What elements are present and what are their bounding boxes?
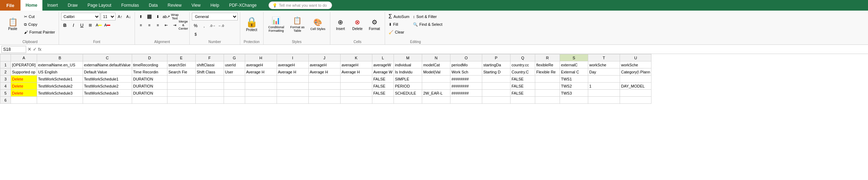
cell-R1[interactable]: flexibleRe	[535, 61, 560, 68]
cell-S1[interactable]: externalC	[560, 61, 588, 68]
tell-me-box[interactable]: 💡 Tell me what you want to do	[268, 1, 332, 9]
cell-B6[interactable]	[37, 97, 83, 104]
col-header-U[interactable]: U	[620, 54, 651, 61]
col-header-Q[interactable]: Q	[510, 54, 535, 61]
cell-A5[interactable]: Delete	[11, 90, 37, 97]
cell-U1[interactable]: workSche	[620, 61, 651, 68]
bold-button[interactable]: B	[61, 21, 69, 29]
copy-button[interactable]: ⧉ Copy	[23, 20, 57, 28]
cell-S6[interactable]	[560, 97, 588, 104]
cell-S2[interactable]: External C	[560, 68, 588, 76]
cell-C3[interactable]: TestWorkSchedule1	[83, 76, 132, 83]
decrease-decimal-button[interactable]: ←.0	[217, 22, 225, 30]
cell-N3[interactable]	[422, 76, 450, 83]
cell-P6[interactable]	[482, 97, 510, 104]
row-header-5[interactable]: 5	[0, 90, 11, 97]
cell-E2[interactable]: Search Fie	[167, 68, 195, 76]
cell-Q3[interactable]: FALSE	[510, 76, 535, 83]
align-right-button[interactable]: ≡	[154, 21, 162, 29]
col-header-R[interactable]: R	[535, 54, 560, 61]
cell-I1[interactable]: averageH	[277, 61, 308, 68]
conditional-formatting-button[interactable]: 📊 Conditional Formatting	[266, 13, 287, 36]
cell-E1[interactable]: searchStri	[167, 61, 195, 68]
cell-M5[interactable]: SCHEDULE	[394, 90, 422, 97]
cell-O2[interactable]: Work Sch	[450, 68, 482, 76]
tab-formulas[interactable]: Formulas	[116, 0, 144, 11]
cell-H5[interactable]	[245, 90, 277, 97]
row-header-4[interactable]: 4	[0, 83, 11, 90]
cell-D4[interactable]: DURATION	[132, 83, 167, 90]
cell-S3[interactable]: TWS1	[560, 76, 588, 83]
increase-indent-button[interactable]: ⇥	[171, 21, 179, 29]
tab-review[interactable]: Review	[163, 0, 187, 11]
tab-help[interactable]: Help	[206, 0, 224, 11]
cell-O5[interactable]: ########	[450, 90, 482, 97]
cell-M2[interactable]: Is Individu	[394, 68, 422, 76]
col-header-G[interactable]: G	[224, 54, 245, 61]
tab-pdf-xchange[interactable]: PDF-XChange	[224, 0, 261, 11]
currency-button[interactable]: $	[192, 30, 200, 38]
cell-I6[interactable]	[277, 97, 308, 104]
font-grow-button[interactable]: A↑	[116, 13, 124, 20]
cell-T3[interactable]	[588, 76, 620, 83]
col-header-L[interactable]: L	[372, 54, 394, 61]
format-button[interactable]: ⚙ Format	[366, 13, 383, 36]
cell-H1[interactable]: averageH	[245, 61, 277, 68]
comma-button[interactable]: ,	[200, 22, 208, 30]
delete-button[interactable]: ⊗ Delete	[349, 13, 366, 36]
cell-T1[interactable]: workSche	[588, 61, 620, 68]
cell-Q5[interactable]: FALSE	[510, 90, 535, 97]
col-header-S[interactable]: S	[560, 54, 588, 61]
font-size-select[interactable]: 11	[101, 13, 116, 20]
cell-H6[interactable]	[245, 97, 277, 104]
merge-center-button[interactable]: Merge & Center	[179, 21, 187, 29]
cell-reference-input[interactable]	[1, 46, 26, 53]
cell-P2[interactable]: Starting D	[482, 68, 510, 76]
clear-button[interactable]: 🧹 Clear	[387, 28, 411, 36]
cell-G2[interactable]: User	[224, 68, 245, 76]
cell-styles-button[interactable]: 🎨 Cell Styles	[308, 13, 328, 36]
col-header-H[interactable]: H	[245, 54, 277, 61]
cell-J2[interactable]: Average H	[308, 68, 340, 76]
decrease-indent-button[interactable]: ⇤	[163, 21, 170, 29]
cancel-formula-icon[interactable]: ✕	[28, 47, 31, 52]
row-header-2[interactable]: 2	[0, 68, 11, 76]
cell-E4[interactable]	[167, 83, 195, 90]
cell-K1[interactable]: averageH	[340, 61, 372, 68]
cell-H3[interactable]	[245, 76, 277, 83]
cell-J6[interactable]	[308, 97, 340, 104]
col-header-F[interactable]: F	[195, 54, 224, 61]
tab-view[interactable]: View	[187, 0, 206, 11]
cell-B5[interactable]: TestWorkSchedule3	[37, 90, 83, 97]
col-header-C[interactable]: C	[83, 54, 132, 61]
cell-K2[interactable]: Average H	[340, 68, 372, 76]
cell-A1[interactable]: [OPERATOR]	[11, 61, 37, 68]
cell-L2[interactable]: Average W	[372, 68, 394, 76]
col-header-J[interactable]: J	[308, 54, 340, 61]
cell-M1[interactable]: individual	[394, 61, 422, 68]
cell-R2[interactable]: Flexible Re	[535, 68, 560, 76]
cell-A6[interactable]	[11, 97, 37, 104]
find-select-button[interactable]: 🔍 Find & Select	[412, 20, 444, 28]
col-header-K[interactable]: K	[340, 54, 372, 61]
cell-D5[interactable]: DURATION	[132, 90, 167, 97]
cell-L3[interactable]: FALSE	[372, 76, 394, 83]
cell-T5[interactable]	[588, 90, 620, 97]
increase-decimal-button[interactable]: .0→	[209, 22, 217, 30]
cell-D3[interactable]: DURATION	[132, 76, 167, 83]
cell-R6[interactable]	[535, 97, 560, 104]
cell-P5[interactable]	[482, 90, 510, 97]
fill-button[interactable]: ⬇ Fill	[387, 20, 411, 28]
cell-E3[interactable]	[167, 76, 195, 83]
cell-F3[interactable]	[195, 76, 224, 83]
fill-color-button[interactable]: A	[95, 21, 103, 29]
cell-K3[interactable]	[340, 76, 372, 83]
cell-Q1[interactable]: country.cc	[510, 61, 535, 68]
font-shrink-button[interactable]: A↓	[125, 13, 132, 20]
sort-filter-button[interactable]: ↕ Sort & Filter	[412, 13, 444, 20]
cell-G1[interactable]: userId	[224, 61, 245, 68]
cell-P3[interactable]	[482, 76, 510, 83]
cell-J1[interactable]: averageH	[308, 61, 340, 68]
cell-M4[interactable]: PERIOD	[394, 83, 422, 90]
cut-button[interactable]: ✂ Cut	[23, 13, 57, 20]
